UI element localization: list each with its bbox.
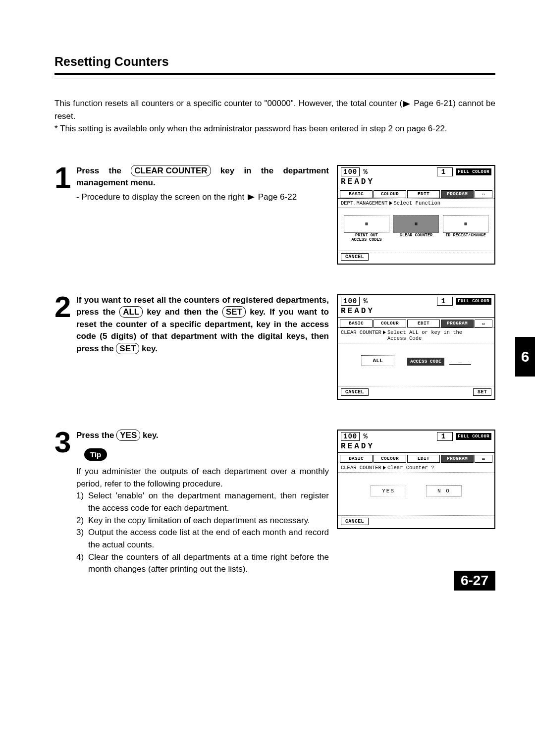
tab-basic[interactable]: BASIC [340,320,373,327]
yes-button[interactable]: YES [371,486,406,496]
set-key: SET [222,306,246,318]
full-colour-badge: FULL COLOUR [456,168,491,175]
intro-text: This function resets all counters or a s… [54,97,495,135]
t: key and then the [143,307,222,317]
ready-label: READY [341,306,491,316]
cancel-button[interactable]: CANCEL [341,518,369,525]
chapter-side-tab: 6 [515,337,535,377]
access-code-label: ACCESS CODE [407,358,444,366]
zoom-value: 100 [341,432,360,441]
tip-item: Select 'enable' on the department manage… [88,490,329,514]
intro-line1: This function resets all counters or a s… [54,99,402,108]
id-regist-icon: ▦ [443,215,488,233]
func-label: CLEAR COUNTER [393,233,439,238]
tab-colour[interactable]: COLOUR [374,455,406,463]
t: key. [139,344,158,353]
status-b: Select Function [394,200,441,206]
copies-value: 1 [437,167,453,176]
all-key: ALL [119,306,143,318]
triangle-icon [383,466,386,470]
clear-counter-icon: ▦ [393,215,439,233]
page-title: Resetting Counters [54,54,495,69]
status-b: Clear Counter ? [387,465,434,471]
tip-num: 2) [76,515,88,527]
tab-basic[interactable]: BASIC [340,190,373,198]
tip-item: Key in the copy limitation of each depar… [88,515,310,527]
pct-sign: % [363,432,367,440]
arrow-icon [248,194,255,200]
tab-edit[interactable]: EDIT [407,320,440,327]
access-code-input[interactable]: _ [449,358,471,365]
zoom-value: 100 [341,297,360,306]
screen-clear-counter-select: 100 % 1 FULL COLOUR READY BASIC COLOUR E… [337,294,495,400]
pct-sign: % [363,168,367,176]
tip-intro: If you administer the outputs of each de… [76,466,329,490]
step3-title: Press the YES key. [76,430,329,442]
cancel-button[interactable]: CANCEL [341,253,369,261]
func-print-out[interactable]: ▦ PRINT OUT ACCESS CODES [344,215,389,243]
screen-clear-counter-confirm: 100 % 1 FULL COLOUR READY BASIC COLOUR E… [337,430,495,529]
step-number-2: 2 [54,294,73,320]
step-number-1: 1 [54,165,73,190]
tab-program[interactable]: PROGRAM [441,190,474,198]
cancel-button[interactable]: CANCEL [341,388,369,396]
tab-program[interactable]: PROGRAM [441,455,474,463]
clear-counter-key: CLEAR COUNTER [131,165,211,176]
tab-basic[interactable]: BASIC [340,455,373,463]
copies-value: 1 [437,432,453,441]
tip-item: Output the access code list at the end o… [88,527,329,551]
intro-note: * This setting is available only when th… [54,124,447,133]
tab-edit[interactable]: EDIT [407,455,440,463]
triangle-icon [389,201,392,205]
triangle-icon [383,330,386,334]
ready-label: READY [341,176,491,186]
step-number-3: 3 [54,430,73,455]
arrow-icon [403,101,410,107]
step1-sub-pre: - Procedure to display the screen on the… [76,192,247,202]
func-clear-counter[interactable]: ▦ CLEAR COUNTER [393,215,439,243]
step1-title: Press the CLEAR COUNTER key in the depar… [76,165,329,189]
tab-program[interactable]: PROGRAM [441,320,474,327]
zoom-value: 100 [341,167,360,176]
func-label: ID REGIST/CHANGE [443,233,488,238]
step1-pre: Press the [76,166,131,175]
step1-sub-post: Page 6-22 [256,192,297,202]
tip-num: 1) [76,490,88,514]
tip-num: 3) [76,527,88,551]
tip-num: 4) [76,551,88,576]
tab-edit[interactable]: EDIT [407,190,440,198]
print-out-icon: ▦ [344,215,389,233]
ready-label: READY [341,441,491,451]
copies-value: 1 [437,297,453,306]
no-button[interactable]: N O [426,486,462,496]
tab-colour[interactable]: COLOUR [374,320,406,327]
screen1-status: DEPT.MANAGEMENTSelect Function [338,199,494,208]
tab-more-icon[interactable]: ▭ [475,320,492,327]
t: Press the [76,431,116,440]
status-a: DEPT.MANAGEMENT [341,200,388,206]
tip-text: If you administer the outputs of each de… [76,466,329,576]
screen2-status: CLEAR COUNTERSelect ALL or key in the Ac… [338,328,494,343]
tab-colour[interactable]: COLOUR [374,190,406,198]
func-id-regist[interactable]: ▦ ID REGIST/CHANGE [443,215,488,243]
tab-more-icon[interactable]: ▭ [475,190,492,198]
step1-sub: - Procedure to display the screen on the… [76,192,329,202]
title-underline [54,73,495,78]
set-button[interactable]: SET [473,388,491,396]
full-colour-badge: FULL COLOUR [456,433,491,440]
step2-title: If you want to reset all the counters of… [76,294,329,355]
screen3-status: CLEAR COUNTERClear Counter ? [338,463,494,473]
full-colour-badge: FULL COLOUR [456,298,491,305]
pct-sign: % [363,297,367,305]
yes-key: YES [116,430,140,441]
tab-more-icon[interactable]: ▭ [475,455,492,463]
screen-dept-management: 100 % 1 FULL COLOUR READY BASIC COLOUR E… [337,165,495,265]
page-number: 6-27 [454,571,495,591]
tip-item: Clear the counters of all departments at… [88,551,329,576]
t: key. [140,431,159,440]
status-a: CLEAR COUNTER [341,329,381,335]
all-button[interactable]: ALL [361,355,394,366]
status-a: CLEAR COUNTER [341,465,381,471]
status-b: Select ALL or key in the Access Code [387,329,462,341]
tip-badge: Tip [84,448,107,461]
